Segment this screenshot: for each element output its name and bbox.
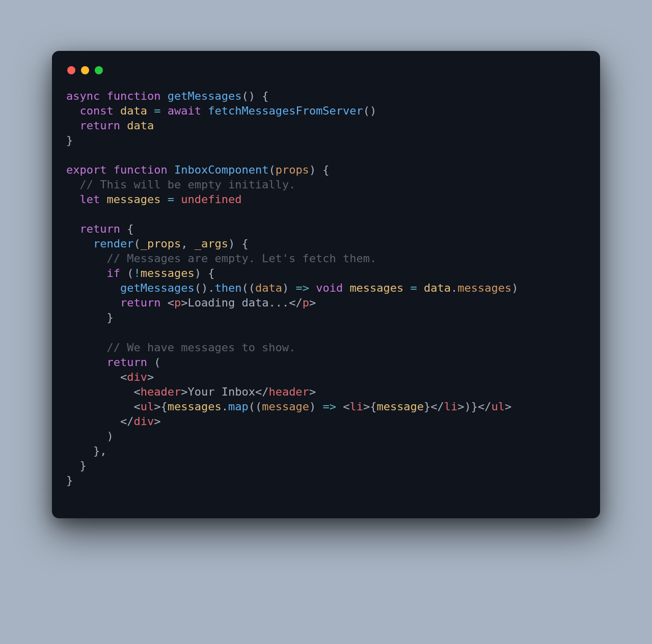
code-token: > xyxy=(181,296,187,309)
code-token: return xyxy=(80,119,120,132)
code-token: // This will be empty initially. xyxy=(80,178,296,191)
code-token: await xyxy=(168,104,201,117)
close-icon[interactable] xyxy=(67,66,75,74)
code-token: ( xyxy=(120,267,134,279)
code-token: // Messages are empty. Let's fetch them. xyxy=(106,252,376,265)
code-token: < xyxy=(120,371,127,383)
code-token: > xyxy=(505,400,511,413)
code-token xyxy=(336,400,343,413)
code-token: props xyxy=(276,163,309,176)
code-token xyxy=(309,282,316,294)
code-token: </ xyxy=(120,415,134,428)
code-token: ) xyxy=(66,430,114,442)
code-token: ( xyxy=(147,356,161,369)
code-token xyxy=(66,267,106,279)
code-token: } xyxy=(66,459,87,472)
code-token xyxy=(66,415,120,428)
code-token: return xyxy=(106,356,147,369)
code-token: < xyxy=(343,400,349,413)
code-token xyxy=(66,341,106,354)
code-token xyxy=(120,119,127,132)
code-token: map xyxy=(228,400,249,413)
code-token: return xyxy=(80,222,120,235)
code-token: = xyxy=(168,193,174,206)
code-token: p xyxy=(174,296,181,309)
code-token: }, xyxy=(66,444,106,457)
code-token: </ xyxy=(289,296,303,309)
code-token xyxy=(417,282,424,294)
code-token: Loading data... xyxy=(187,296,289,309)
code-token: messages xyxy=(141,267,195,279)
code-token xyxy=(106,163,113,176)
code-token xyxy=(66,222,80,235)
code-token xyxy=(174,193,181,206)
code-token xyxy=(403,282,410,294)
code-token: function xyxy=(106,90,160,102)
code-token xyxy=(66,371,120,383)
code-token: () { xyxy=(241,90,268,102)
code-token xyxy=(168,163,174,176)
code-token: p xyxy=(303,296,309,309)
code-token: let xyxy=(80,193,100,206)
code-token: InboxComponent xyxy=(174,163,268,176)
code-token: = xyxy=(154,104,160,117)
code-token: message xyxy=(376,400,424,413)
code-token: div xyxy=(127,371,147,383)
code-token xyxy=(66,178,80,191)
code-token xyxy=(100,90,106,102)
code-token: (). xyxy=(195,282,215,294)
code-token: li xyxy=(349,400,363,413)
code-token: </ xyxy=(255,385,269,398)
code-token: > xyxy=(309,296,316,309)
code-token: then xyxy=(214,282,241,294)
code-token: } xyxy=(66,134,73,147)
code-token xyxy=(66,237,93,250)
code-token xyxy=(66,193,80,206)
code-token: li xyxy=(444,400,458,413)
code-token xyxy=(66,104,80,117)
code-token xyxy=(66,400,133,413)
code-token: _props xyxy=(141,237,181,250)
code-token: async xyxy=(66,90,100,102)
code-token: data xyxy=(424,282,451,294)
code-token: } xyxy=(66,311,114,324)
code-token: } xyxy=(424,400,430,413)
code-token xyxy=(66,356,106,369)
code-token: (( xyxy=(249,400,262,413)
code-token: ) { xyxy=(228,237,249,250)
code-token: message xyxy=(262,400,309,413)
code-token: (( xyxy=(241,282,255,294)
code-token: < xyxy=(133,385,140,398)
code-token: data xyxy=(120,104,147,117)
code-token: header xyxy=(141,385,181,398)
code-token: ul xyxy=(492,400,505,413)
minimize-icon[interactable] xyxy=(81,66,89,74)
code-token xyxy=(160,193,167,206)
code-token: ul xyxy=(141,400,154,413)
code-token xyxy=(343,282,349,294)
code-token: ( xyxy=(133,237,140,250)
code-token: ) xyxy=(309,400,323,413)
code-token: // We have messages to show. xyxy=(106,341,295,354)
code-token: export xyxy=(66,163,106,176)
code-token: function xyxy=(114,163,168,176)
code-token: > xyxy=(309,385,316,398)
code-token: if xyxy=(106,267,120,279)
code-token: getMessages xyxy=(120,282,195,294)
code-token: > xyxy=(154,400,160,413)
code-token xyxy=(147,104,154,117)
code-token: void xyxy=(316,282,343,294)
code-token: getMessages xyxy=(168,90,242,102)
code-token: render xyxy=(93,237,133,250)
code-token xyxy=(66,252,106,265)
code-token: < xyxy=(133,400,140,413)
code-token xyxy=(160,296,167,309)
code-token: return xyxy=(120,296,160,309)
maximize-icon[interactable] xyxy=(95,66,103,74)
code-token xyxy=(66,282,120,294)
code-token: < xyxy=(168,296,174,309)
code-token: messages xyxy=(107,193,161,206)
code-token: > xyxy=(154,415,160,428)
code-token: ) xyxy=(282,282,296,294)
code-token: ) { xyxy=(309,163,330,176)
